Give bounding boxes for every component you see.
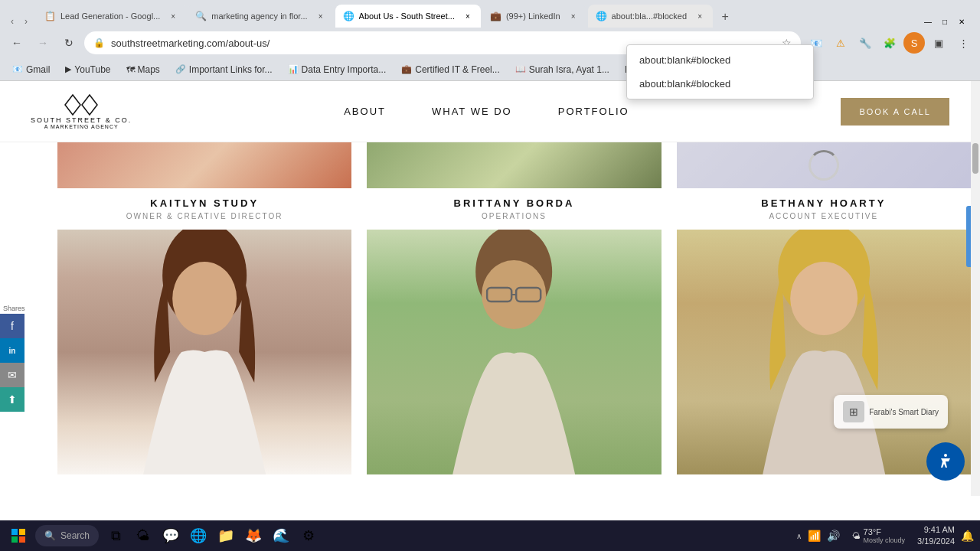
maximize-button[interactable]: □ — [939, 15, 951, 28]
dropdown-item-2[interactable]: about:blank#blocked — [627, 72, 813, 96]
data-favicon: 📊 — [288, 64, 299, 74]
bethany-name: BETHANY HOARTY — [677, 197, 971, 209]
browser-tab-1[interactable]: 📋 Lead Generation - Googl... × — [37, 5, 186, 28]
widgets-button[interactable]: 🌤 — [131, 523, 155, 548]
forward-button[interactable]: → — [32, 32, 54, 54]
linkedin-share-button[interactable]: in — [0, 338, 24, 363]
profile-icon[interactable]: S — [903, 32, 925, 54]
kaitlyn-title: OWNER & CREATIVE DIRECTOR — [57, 212, 351, 220]
share-button[interactable]: ⬆ — [0, 387, 24, 412]
accessibility-button[interactable] — [926, 442, 965, 481]
start-button[interactable] — [6, 523, 31, 548]
warning-icon[interactable]: ⚠ — [830, 32, 851, 54]
tab5-close[interactable]: × — [694, 11, 705, 21]
bookmark-data-entry[interactable]: 📊 Data Entry Importa... — [282, 63, 393, 77]
taskbar-search[interactable]: 🔍 Search — [35, 525, 99, 546]
social-sidebar: Shares f in ✉ ⬆ — [0, 303, 28, 412]
more-menu-icon[interactable]: ⋮ — [952, 32, 974, 54]
kaitlyn-name: KAITLYN STUDY — [57, 197, 351, 209]
brittany-name: BRITTANY BORDA — [367, 197, 661, 209]
tab2-close[interactable]: × — [315, 11, 326, 21]
files-app[interactable]: 📁 — [214, 523, 238, 548]
taskbar-chevron-icon[interactable]: ∧ — [796, 532, 802, 540]
bookmark-surah-label: Surah Isra, Ayat 1... — [529, 64, 609, 75]
extra-app[interactable]: ⚙ — [296, 523, 321, 548]
taskbar-date-display: 3/19/2024 — [917, 536, 955, 547]
kaitlyn-bottom-photo — [57, 230, 351, 474]
youtube-favicon: ▶ — [65, 64, 71, 74]
svg-rect-12 — [11, 529, 18, 535]
tab-scroll-right[interactable]: › — [20, 15, 32, 28]
nav-links: ABOUT WHAT WE DO PORTFOLIO — [344, 106, 629, 117]
address-bar-row: ← → ↻ 🔒 southstreetmarketing.com/about-u… — [0, 28, 980, 58]
team-names-row: KAITLYN STUDY OWNER & CREATIVE DIRECTOR … — [57, 142, 971, 220]
tab4-favicon: 💼 — [490, 11, 501, 21]
loading-overlay — [677, 142, 971, 188]
nav-about[interactable]: ABOUT — [344, 106, 386, 117]
notifications-icon[interactable]: 🔔 — [961, 530, 974, 542]
network-icon[interactable]: 📶 — [808, 530, 821, 542]
brittany-title: OPERATIONS — [367, 212, 661, 220]
kaitlyn-silhouette — [57, 230, 351, 474]
nav-portfolio[interactable]: PORTFOLIO — [558, 106, 629, 117]
tab4-close[interactable]: × — [568, 11, 579, 21]
tab5-favicon: 🌐 — [596, 11, 607, 21]
email-share-button[interactable]: ✉ — [0, 363, 24, 387]
brittany-bottom-photo — [367, 230, 661, 474]
kaitlyn-photo-large — [57, 230, 351, 474]
close-button[interactable]: ✕ — [956, 15, 968, 28]
bookmark-important-links[interactable]: 🔗 Important Links for... — [169, 63, 279, 77]
extensions-puzzle-icon[interactable]: 🧩 — [879, 32, 900, 54]
page-scrollbar[interactable] — [971, 81, 980, 496]
minimize-button[interactable]: — — [922, 15, 934, 28]
facebook-share-button[interactable]: f — [0, 314, 24, 338]
tab-bar: ‹ › 📋 Lead Generation - Googl... × 🔍 mar… — [0, 0, 980, 28]
bookmark-gmail[interactable]: 📧 Gmail — [6, 63, 56, 77]
page-scrollbar-thumb[interactable] — [972, 143, 978, 174]
team-member-bethany-top: BETHANY HOARTY ACCOUNT EXECUTIVE — [677, 142, 971, 220]
taskview-button[interactable]: ⧉ — [103, 523, 128, 548]
dropdown-item-1[interactable]: about:blank#blocked — [627, 48, 813, 72]
tab-scroll-left[interactable]: ‹ — [6, 15, 18, 28]
accessibility-icon — [936, 452, 955, 471]
edge-app[interactable]: 🌊 — [269, 523, 293, 548]
bookmark-certified-label: Certified IT & Freel... — [415, 64, 499, 75]
website-content: Shares f in ✉ ⬆ SOUTH STREET & CO. A MAR… — [0, 81, 980, 496]
taskbar-time-display: 9:41 AM — [917, 524, 955, 536]
bethany-bottom-photo: ⊞ Farabi's Smart Diary — [677, 230, 971, 474]
nav-what-we-do[interactable]: WHAT WE DO — [432, 106, 512, 117]
tab4-label: (99+) LinkedIn — [506, 11, 560, 21]
new-tab-button[interactable]: + — [714, 6, 736, 28]
tab1-close[interactable]: × — [168, 11, 178, 21]
bookmark-certified[interactable]: 💼 Certified IT & Freel... — [395, 63, 505, 77]
extension-2-icon[interactable]: 🔧 — [854, 32, 876, 54]
tab3-label: About Us - South Street... — [359, 11, 455, 21]
bookmark-surah[interactable]: 📖 Surah Isra, Ayat 1... — [509, 63, 616, 77]
bookmark-youtube[interactable]: ▶ YouTube — [59, 63, 116, 77]
svg-marker-1 — [82, 95, 97, 115]
browser-tab-5[interactable]: 🌐 about:bla...#blocked × — [588, 5, 713, 28]
site-logo: SOUTH STREET & CO. A MARKETING AGENCY — [31, 93, 132, 129]
chat-app[interactable]: 💬 — [158, 523, 183, 548]
tab3-favicon: 🌐 — [343, 11, 354, 21]
browser-tab-2[interactable]: 🔍 marketing agency in flor... × — [188, 5, 333, 28]
browser-app[interactable]: 🌐 — [186, 523, 211, 548]
bookmark-maps-label: Maps — [138, 64, 160, 75]
reload-button[interactable]: ↻ — [58, 32, 80, 54]
tab3-close[interactable]: × — [462, 11, 473, 21]
firefox-app[interactable]: 🦊 — [241, 523, 266, 548]
taskbar-right: ∧ 📶 🔊 🌤 73°F Mostly cloudy 9:41 AM 3/19/… — [796, 524, 974, 548]
sidebar-toggle-icon[interactable]: ▣ — [928, 32, 949, 54]
bookmark-maps[interactable]: 🗺 Maps — [120, 63, 166, 77]
back-button[interactable]: ← — [6, 32, 28, 54]
browser-tab-3[interactable]: 🌐 About Us - South Street... × — [335, 5, 481, 28]
taskbar-clock[interactable]: 9:41 AM 3/19/2024 — [917, 524, 955, 548]
svg-marker-0 — [65, 95, 80, 115]
volume-icon[interactable]: 🔊 — [827, 530, 840, 542]
svg-point-3 — [172, 262, 237, 335]
brittany-silhouette — [367, 230, 661, 474]
book-call-button[interactable]: BOOK A CALL — [841, 98, 949, 126]
browser-tab-4[interactable]: 💼 (99+) LinkedIn × — [482, 5, 586, 28]
team-photos-bottom: ⊞ Farabi's Smart Diary — [57, 230, 971, 474]
certified-favicon: 💼 — [401, 64, 412, 74]
